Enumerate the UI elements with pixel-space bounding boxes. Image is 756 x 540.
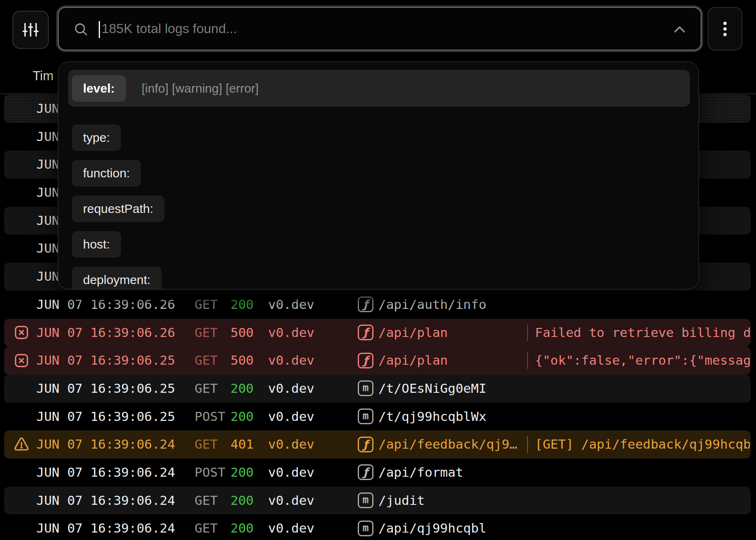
status-code: 200 (231, 403, 254, 431)
host: v0.dev (268, 291, 314, 319)
log-timestamp-partial: JUN (36, 207, 59, 235)
middleware-icon: m (358, 409, 373, 424)
log-timestamp-partial: JUN (36, 123, 59, 151)
log-row[interactable]: JUN 07 16:39:06.24GET200v0.devm/api/qj99… (4, 514, 751, 540)
log-message: Failed to retrieve billing d (535, 319, 750, 347)
function-icon: ƒ (358, 353, 373, 368)
host: v0.dev (268, 487, 314, 515)
request-path: /api/plan (378, 319, 448, 347)
search-icon (73, 22, 89, 37)
log-timestamp-partial: JUN (36, 263, 59, 291)
suggestion-level-hint: [info] [warning] [error] (142, 81, 259, 96)
suggestion-level-label: level: (72, 75, 126, 102)
request-path: /judit (378, 487, 425, 515)
status-code: 200 (231, 375, 254, 403)
log-message: {"ok":false,"error":{"messag (535, 346, 750, 375)
suggestion-host[interactable]: host: (72, 231, 121, 258)
function-icon: ƒ (358, 296, 373, 312)
log-timestamp: JUN 07 16:39:06.25 (36, 346, 175, 375)
log-row[interactable]: JUN 07 16:39:06.24GET200v0.devm/judit (4, 487, 751, 515)
request-path: /api/auth/info (378, 291, 486, 319)
http-method: POST (195, 403, 226, 431)
log-row[interactable]: JUN 07 16:39:06.25POST200v0.devm/t/qj99h… (4, 403, 751, 431)
http-method: GET (195, 346, 218, 375)
log-timestamp: JUN 07 16:39:06.26 (36, 319, 175, 347)
http-method: GET (195, 319, 218, 347)
http-method: GET (195, 487, 218, 515)
log-timestamp-partial: JUN (36, 151, 59, 179)
sliders-icon (21, 20, 40, 39)
more-options-button[interactable] (708, 7, 742, 50)
request-path: /api/feedback/qj9… (378, 430, 517, 459)
request-path: /api/plan (378, 346, 448, 375)
logs-viewer: Tim JUNJUNJUNJUNJUNJUNJUNJUN 07 16:39:06… (0, 0, 756, 540)
status-code: 500 (231, 319, 254, 347)
middleware-icon: m (358, 492, 373, 508)
middleware-icon: m (358, 380, 373, 396)
warning-triangle-icon (13, 436, 30, 453)
message-divider (527, 352, 528, 369)
http-method: GET (195, 514, 218, 540)
function-icon: ƒ (358, 464, 373, 480)
search-box (58, 7, 701, 50)
log-row[interactable]: JUN 07 16:39:06.25GET200v0.devm/t/OEsNiG… (4, 375, 751, 403)
request-path: /t/qj99hcqblWx (378, 403, 486, 431)
log-row[interactable]: JUN 07 16:39:06.25GET500v0.devƒ/api/plan… (4, 346, 751, 375)
request-path: /api/format (378, 459, 463, 487)
suggestion-deployment[interactable]: deployment: (72, 267, 162, 289)
log-row[interactable]: JUN 07 16:39:06.26GET200v0.devƒ/api/auth… (4, 291, 751, 319)
status-code: 500 (231, 346, 254, 375)
status-code: 200 (231, 459, 254, 487)
middleware-icon: m (358, 521, 373, 536)
function-icon: ƒ (358, 325, 373, 340)
message-divider (527, 325, 528, 341)
filter-button[interactable] (12, 11, 49, 49)
http-method: GET (195, 430, 218, 459)
log-row[interactable]: JUN 07 16:39:06.24GET401v0.devƒ/api/feed… (4, 430, 751, 459)
suggestion-level[interactable]: level: [info] [warning] [error] (68, 70, 690, 107)
http-method: GET (195, 375, 218, 403)
search-input[interactable] (102, 8, 668, 50)
status-code: 200 (231, 291, 254, 319)
status-code: 200 (231, 487, 254, 515)
host: v0.dev (268, 430, 314, 459)
log-timestamp: JUN 07 16:39:06.25 (36, 375, 175, 403)
log-timestamp: JUN 07 16:39:06.24 (36, 430, 175, 459)
log-timestamp: JUN 07 16:39:06.25 (36, 403, 175, 431)
suggestion-requestPath[interactable]: requestPath: (72, 196, 164, 222)
column-header-time: Tim (33, 58, 54, 94)
log-row[interactable]: JUN 07 16:39:06.26GET500v0.devƒ/api/plan… (4, 319, 751, 347)
text-caret (99, 21, 100, 38)
error-x-square-icon (13, 324, 30, 341)
toolbar (0, 0, 756, 58)
log-row[interactable]: JUN 07 16:39:06.24POST200v0.devƒ/api/for… (4, 459, 751, 487)
log-timestamp-partial: JUN (36, 179, 59, 207)
log-message: [GET] /api/feedback/qj99hcqb (535, 430, 750, 459)
http-method: POST (195, 459, 226, 487)
log-timestamp: JUN 07 16:39:06.24 (36, 459, 175, 487)
log-timestamp-partial: JUN (36, 234, 59, 263)
kebab-menu-icon (716, 19, 735, 38)
host: v0.dev (268, 459, 314, 487)
host: v0.dev (268, 375, 314, 403)
status-code: 200 (231, 514, 254, 540)
log-timestamp: JUN 07 16:39:06.26 (36, 291, 175, 319)
status-code: 401 (231, 430, 254, 459)
filter-suggestions-dropdown: level: [info] [warning] [error] type:fun… (58, 62, 699, 289)
chevron-up-icon[interactable] (670, 20, 689, 39)
http-method: GET (195, 291, 218, 319)
request-path: /api/qj99hcqbl (378, 514, 486, 540)
request-path: /t/OEsNiGg0eMI (378, 375, 486, 403)
host: v0.dev (268, 403, 314, 431)
suggestion-function[interactable]: function: (72, 160, 141, 186)
host: v0.dev (268, 346, 314, 375)
suggestion-type[interactable]: type: (72, 124, 121, 151)
message-divider (527, 436, 528, 453)
host: v0.dev (268, 514, 314, 540)
error-x-square-icon (13, 352, 30, 369)
log-timestamp-partial: JUN (36, 95, 59, 123)
host: v0.dev (268, 319, 314, 347)
function-icon: ƒ (358, 437, 373, 452)
log-timestamp: JUN 07 16:39:06.24 (36, 487, 175, 515)
log-timestamp: JUN 07 16:39:06.24 (36, 514, 175, 540)
